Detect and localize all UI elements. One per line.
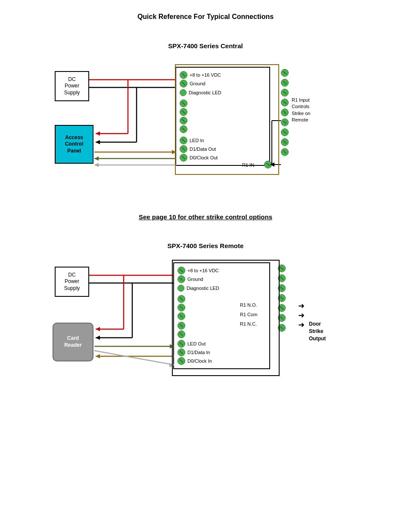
remote-right-screw-5 <box>278 304 286 312</box>
right-screw-5 <box>281 109 289 116</box>
screw-s1 <box>180 100 187 107</box>
link-text[interactable]: See page 10 for other strike control opt… <box>17 213 394 221</box>
r1-com-label: R1 Com <box>240 310 257 319</box>
right-screw-4 <box>281 99 289 106</box>
screw-led-in <box>180 137 187 144</box>
remote-right-screw-2 <box>278 274 286 282</box>
r1-in-screw <box>264 161 272 168</box>
svg-marker-26 <box>96 336 100 340</box>
diagram-remote: DC Power Supply Card Reader +8 to +16 VD… <box>42 258 369 392</box>
main-title: Quick Reference For Typical Connections <box>17 13 394 21</box>
remote-ground-label: Ground <box>187 277 203 282</box>
remote-right-screw-6 <box>278 314 286 322</box>
door-strike-label: Door Strike Output <box>309 320 326 342</box>
r1-in-label: R1 IN <box>242 162 254 168</box>
relay-labels: R1 N.O. R1 Com R1 N.C. <box>240 300 257 329</box>
door-strike-arrows: ➜ ➜ ➜ <box>298 301 305 330</box>
right-screw-2 <box>281 79 289 87</box>
led-diag <box>180 89 187 96</box>
svg-marker-4 <box>96 131 100 136</box>
screw-d0 <box>180 154 187 162</box>
terminal-d1-label: D1/Data Out <box>190 146 216 152</box>
access-control-box: Access Control Panel <box>55 125 93 164</box>
arrow-3: ➜ <box>298 320 305 330</box>
remote-right-terminal-column <box>278 264 286 332</box>
led-data-screws: LED In D1/Data Out D0/Clock Out <box>180 137 266 162</box>
central-terminal-block: +8 to +16 VDC Ground Diagnostic LED <box>175 67 270 166</box>
dc-power-box: DC Power Supply <box>55 71 89 101</box>
terminal-vdc-row: +8 to +16 VDC <box>180 71 266 79</box>
remote-led-diag <box>177 285 184 292</box>
remote-right-screw-3 <box>278 284 286 292</box>
section-central-title: SPX-7400 Series Central <box>17 42 394 50</box>
diagram-central: DC Power Supply Access Control Panel +8 … <box>42 58 369 200</box>
r1-controls-label: R1 Input Controls Strike on Remote <box>292 97 310 124</box>
terminal-vdc-label: +8 to +16 VDC <box>190 72 221 78</box>
section-remote-title: SPX-7400 Series Remote <box>17 242 394 249</box>
right-screw-1 <box>281 69 289 77</box>
right-screw-3 <box>281 89 289 96</box>
remote-right-screw-4 <box>278 294 286 302</box>
screw-s4 <box>180 125 187 133</box>
dc-power-box-remote: DC Power Supply <box>55 267 89 297</box>
svg-line-31 <box>94 351 174 365</box>
remote-screw-d1 <box>177 348 185 356</box>
right-screw-9 <box>281 148 289 156</box>
remote-d1-label: D1/Data In <box>187 350 210 355</box>
svg-marker-13 <box>94 163 99 167</box>
arrow-1: ➜ <box>298 301 305 311</box>
terminal-led-in-label: LED In <box>190 138 204 143</box>
screw-d1 <box>180 145 187 153</box>
svg-marker-23 <box>96 327 100 331</box>
svg-marker-11 <box>94 156 99 161</box>
terminal-d0-label: D0/Clock Out <box>190 155 218 160</box>
screw-ground <box>180 80 187 87</box>
remote-screw-sp1 <box>177 322 185 330</box>
screw-r1-nc <box>177 312 185 320</box>
section-remote: SPX-7400 Series Remote DC Power Supply C… <box>17 242 394 392</box>
remote-diag-label: Diagnostic LED <box>187 286 219 291</box>
right-screw-7 <box>281 128 289 136</box>
remote-d0-label: D0/Clock In <box>187 358 212 364</box>
remote-screw-d0 <box>177 357 185 365</box>
section-central: SPX-7400 Series Central DC Power Supply … <box>17 42 394 200</box>
spacer-screws <box>180 100 266 133</box>
remote-screw-ground <box>177 275 185 283</box>
remote-vdc-label: +8 to +16 VDC <box>187 268 219 273</box>
right-screw-8 <box>281 138 289 146</box>
screw-r1-com <box>177 304 185 311</box>
remote-screw-sp2 <box>177 330 185 338</box>
remote-led-data-screws: LED Out D1/Data In D0/Clock In <box>177 340 266 365</box>
right-screw-6 <box>281 118 289 126</box>
right-terminal-column <box>281 69 289 156</box>
svg-marker-28 <box>96 354 100 358</box>
terminal-diag-row: Diagnostic LED <box>180 89 266 96</box>
remote-screw-vdc <box>177 267 185 274</box>
terminal-ground-row: Ground <box>180 80 266 87</box>
terminal-diag-label: Diagnostic LED <box>189 90 221 95</box>
r1-nc-label: R1 N.C. <box>240 319 257 329</box>
remote-led-out-label: LED Out <box>187 341 206 346</box>
remote-right-screw-7 <box>278 324 286 332</box>
screw-r1-no <box>177 295 185 303</box>
remote-screw-led-out <box>177 340 185 348</box>
svg-marker-7 <box>96 140 100 144</box>
remote-right-screw-1 <box>278 264 286 272</box>
arrow-2: ➜ <box>298 311 305 320</box>
r1-no-label: R1 N.O. <box>240 300 257 310</box>
screw-s3 <box>180 117 187 124</box>
page: Quick Reference For Typical Connections … <box>0 0 411 532</box>
screw-s2 <box>180 108 187 116</box>
card-reader-box: Card Reader <box>53 323 93 361</box>
terminal-ground-label: Ground <box>190 81 206 86</box>
screw-vdc <box>180 71 187 79</box>
